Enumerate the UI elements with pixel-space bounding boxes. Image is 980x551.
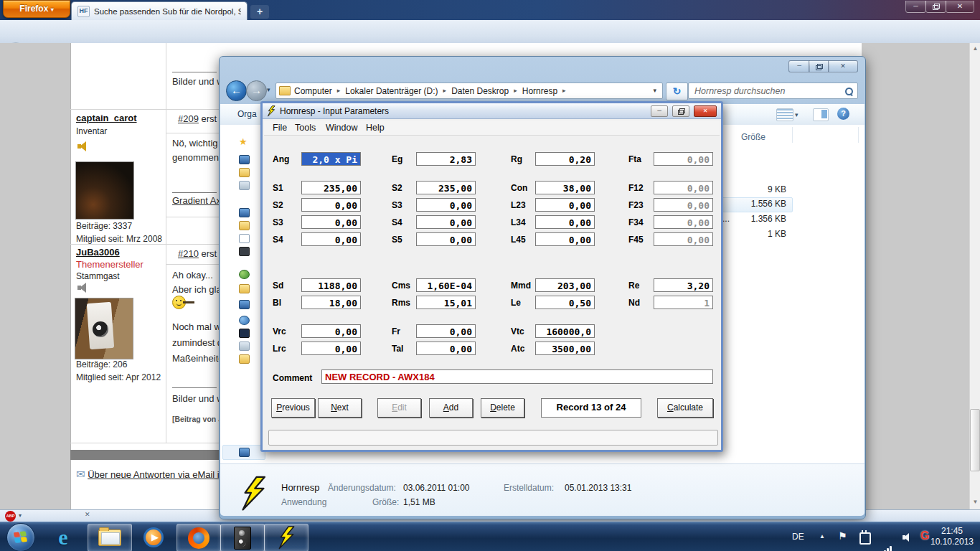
scrollbar-thumb[interactable] — [970, 409, 980, 471]
email-subscribe-link[interactable]: Über neue Antworten via eMail inf — [88, 469, 227, 480]
post-author[interactable]: captain_carot — [76, 113, 137, 123]
explorer-search-box[interactable] — [688, 83, 858, 99]
field-input-Vrc[interactable]: 0,00 — [301, 324, 361, 338]
antivirus-icon[interactable]: G — [920, 529, 929, 542]
field-input-S4[interactable]: 0,00 — [416, 215, 476, 229]
column-separator[interactable] — [858, 127, 859, 143]
taskbar-ie-button[interactable]: e — [42, 524, 85, 550]
maximize-button[interactable] — [672, 105, 689, 117]
explorer-tree-icon[interactable] — [239, 155, 250, 164]
field-input-S5[interactable]: 0,00 — [416, 232, 476, 246]
taskbar-firefox-button[interactable] — [176, 524, 221, 551]
field-input-F34[interactable]: 0,00 — [654, 215, 713, 229]
field-input-Nd[interactable]: 1 — [654, 296, 713, 309]
language-indicator[interactable]: DE — [792, 532, 804, 542]
scroll-down-icon[interactable] — [970, 499, 980, 505]
menu-item-window[interactable]: Window — [326, 123, 357, 133]
field-input-S2[interactable]: 0,00 — [301, 198, 361, 212]
explorer-tree-icon[interactable] — [239, 168, 250, 177]
scroll-up-icon[interactable] — [970, 46, 980, 52]
explorer-tree-icon[interactable] — [239, 181, 250, 190]
explorer-search-input[interactable] — [693, 85, 844, 97]
field-input-L23[interactable]: 0,00 — [535, 198, 595, 212]
adblock-icon[interactable]: ABP — [5, 511, 16, 522]
explorer-tree-icon[interactable] — [239, 329, 250, 338]
field-input-L34[interactable]: 0,00 — [535, 215, 595, 229]
field-input-Tal[interactable]: 0,00 — [416, 342, 476, 355]
history-dropdown-icon[interactable] — [267, 87, 270, 93]
minimize-button[interactable] — [651, 105, 668, 117]
firefox-app-button[interactable]: Firefox — [3, 0, 70, 18]
post-author[interactable]: JuBa3006 — [76, 247, 120, 258]
next-button[interactable]: Next — [318, 398, 362, 418]
views-dropdown-icon[interactable] — [795, 112, 798, 118]
explorer-tree-icon[interactable] — [239, 221, 250, 230]
favorites-star-icon[interactable] — [239, 138, 248, 146]
addon-bar-close-icon[interactable] — [85, 512, 90, 518]
tray-expand-icon[interactable] — [819, 534, 825, 540]
field-input-Re[interactable]: 3,20 — [654, 278, 713, 292]
close-button[interactable] — [828, 60, 858, 72]
explorer-tree-icon[interactable] — [239, 342, 250, 351]
field-input-F45[interactable]: 0,00 — [654, 232, 713, 246]
hardware-plug-icon[interactable] — [859, 532, 871, 545]
preview-pane-icon[interactable] — [813, 108, 829, 121]
file-size-cell[interactable]: 1.556 KB — [722, 199, 786, 209]
field-input-Vtc[interactable]: 160000,0 — [535, 324, 595, 338]
breadcrumb-item-lokaler-datentr-ger-d-[interactable]: Lokaler Datenträger (D:) — [343, 85, 440, 98]
field-input-Sd[interactable]: 1188,00 — [301, 278, 361, 292]
calculate-button[interactable]: Calculate — [657, 398, 713, 418]
taskbar-explorer-button[interactable] — [88, 524, 132, 551]
start-button[interactable] — [6, 523, 35, 551]
add-button[interactable]: Add — [429, 398, 473, 418]
field-input-S3[interactable]: 0,00 — [416, 198, 476, 212]
breadcrumb-item-daten-deskrop[interactable]: Daten Deskrop — [449, 85, 511, 98]
field-input-Con[interactable]: 38,00 — [535, 181, 595, 194]
restore-button[interactable] — [925, 1, 946, 13]
field-input-S2[interactable]: 235,00 — [416, 181, 476, 194]
taskbar-speaker-app-button[interactable] — [220, 524, 265, 551]
file-size-cell[interactable]: 1.356 KB — [722, 214, 786, 224]
menu-item-file[interactable]: File — [273, 123, 287, 133]
browser-tab[interactable]: HF Suche passenden Sub für die Nordpol, … — [71, 1, 248, 20]
explorer-tree-icon[interactable] — [239, 247, 250, 256]
taskbar-mediaplayer-button[interactable] — [132, 524, 175, 550]
maximize-button[interactable] — [809, 60, 829, 72]
close-button[interactable] — [694, 105, 717, 117]
forward-button[interactable] — [246, 80, 267, 101]
explorer-tree-icon[interactable] — [239, 284, 250, 293]
explorer-tree-icon[interactable] — [239, 354, 250, 364]
field-input-L45[interactable]: 0,00 — [535, 232, 595, 246]
breadcrumb-item-computer[interactable]: Computer — [292, 85, 334, 98]
column-separator[interactable] — [792, 127, 793, 143]
field-input-F23[interactable]: 0,00 — [654, 198, 713, 212]
explorer-tree-icon[interactable] — [239, 270, 250, 279]
back-button[interactable] — [226, 80, 247, 101]
explorer-tree-icon[interactable] — [239, 448, 250, 457]
post-number-link[interactable]: #210 — [178, 248, 199, 259]
taskbar-hornresp-button[interactable] — [264, 524, 308, 551]
close-button[interactable] — [946, 1, 974, 13]
breadcrumb[interactable]: ComputerLokaler Datenträger (D:)Daten De… — [275, 83, 663, 99]
post-number-link[interactable]: #209 — [178, 113, 199, 124]
menu-item-tools[interactable]: Tools — [295, 123, 316, 133]
delete-button[interactable]: Delete — [481, 398, 524, 418]
views-icon[interactable] — [776, 108, 793, 121]
action-center-flag-icon[interactable] — [838, 531, 847, 541]
adblock-dropdown-icon[interactable] — [19, 513, 22, 519]
organize-menu[interactable]: Orga — [237, 109, 257, 119]
field-input-S1[interactable]: 235,00 — [301, 181, 361, 194]
explorer-tree-icon[interactable] — [239, 300, 250, 309]
field-input-Le[interactable]: 0,50 — [535, 296, 595, 309]
size-column-header[interactable]: Größe — [741, 132, 765, 142]
field-input-Fr[interactable]: 0,00 — [416, 324, 476, 338]
help-icon[interactable] — [837, 108, 849, 120]
breadcrumb-dropdown-icon[interactable] — [653, 88, 662, 94]
field-input-Rg[interactable]: 0,20 — [535, 152, 595, 166]
field-input-S4[interactable]: 0,00 — [301, 232, 361, 246]
explorer-tree-icon[interactable] — [239, 316, 250, 325]
field-input-F12[interactable]: 0,00 — [654, 181, 713, 194]
field-input-Lrc[interactable]: 0,00 — [301, 342, 361, 355]
breadcrumb-item-hornresp[interactable]: Hornresp — [520, 85, 560, 98]
explorer-tree-icon[interactable] — [239, 208, 250, 217]
